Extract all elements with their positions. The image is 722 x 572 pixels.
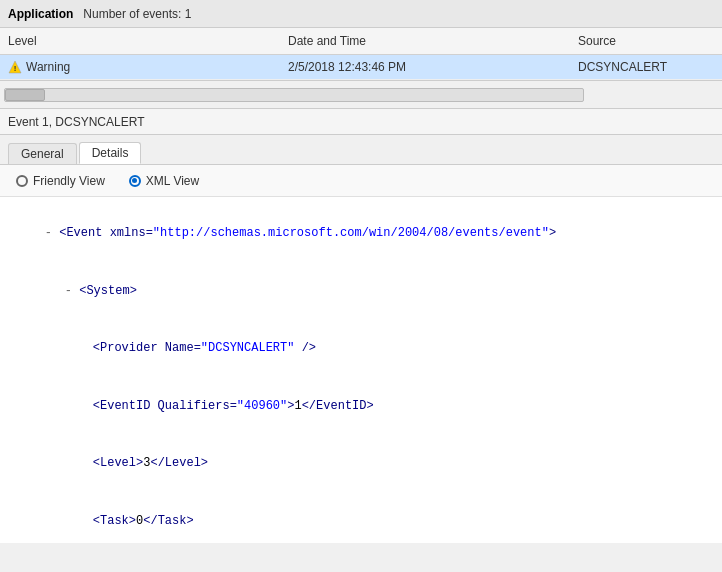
top-bar: Application Number of events: 1	[0, 0, 722, 28]
xml-line-2: - <System>	[16, 263, 706, 321]
view-options: Friendly View XML View	[0, 165, 722, 197]
scrollbar-thumb[interactable]	[5, 89, 45, 101]
xml-line-4: <EventID Qualifiers="40960">1</EventID>	[16, 378, 706, 436]
xml-line-5: <Level>3</Level>	[16, 435, 706, 493]
tab-details[interactable]: Details	[79, 142, 142, 164]
table-row[interactable]: ! Warning 2/5/2018 12:43:46 PM DCSYNCALE…	[0, 55, 722, 80]
friendly-view-label: Friendly View	[33, 174, 105, 188]
xml-view-radio[interactable]	[129, 175, 141, 187]
datetime-cell: 2/5/2018 12:43:46 PM	[288, 58, 578, 76]
xml-content: - <Event xmlns="http://schemas.microsoft…	[0, 197, 722, 543]
xml-line-1: - <Event xmlns="http://schemas.microsoft…	[16, 205, 706, 263]
event-table: Level Date and Time Source ! Warning 2/5…	[0, 28, 722, 81]
xml-view-label: XML View	[146, 174, 199, 188]
warning-icon: !	[8, 60, 22, 74]
event-detail-title: Event 1, DCSYNCALERT	[8, 115, 145, 129]
xml-line-6: <Task>0</Task>	[16, 493, 706, 543]
level-text: Warning	[26, 60, 70, 74]
event-count: Number of events: 1	[83, 7, 191, 21]
col-source: Source	[578, 32, 714, 50]
app-title: Application	[8, 7, 73, 21]
xml-view-option[interactable]: XML View	[129, 174, 199, 188]
scrollbar-track[interactable]	[4, 88, 584, 102]
table-header: Level Date and Time Source	[0, 28, 722, 55]
friendly-view-radio[interactable]	[16, 175, 28, 187]
friendly-view-option[interactable]: Friendly View	[16, 174, 105, 188]
xml-line-3: <Provider Name="DCSYNCALERT" />	[16, 320, 706, 378]
scroll-area[interactable]	[0, 81, 722, 109]
svg-text:!: !	[14, 64, 17, 73]
level-cell: ! Warning	[8, 58, 288, 76]
source-cell: DCSYNCALERT	[578, 58, 714, 76]
tabs-bar: General Details	[0, 135, 722, 165]
col-level: Level	[8, 32, 288, 50]
col-datetime: Date and Time	[288, 32, 578, 50]
tab-general[interactable]: General	[8, 143, 77, 164]
event-detail-header: Event 1, DCSYNCALERT	[0, 109, 722, 135]
